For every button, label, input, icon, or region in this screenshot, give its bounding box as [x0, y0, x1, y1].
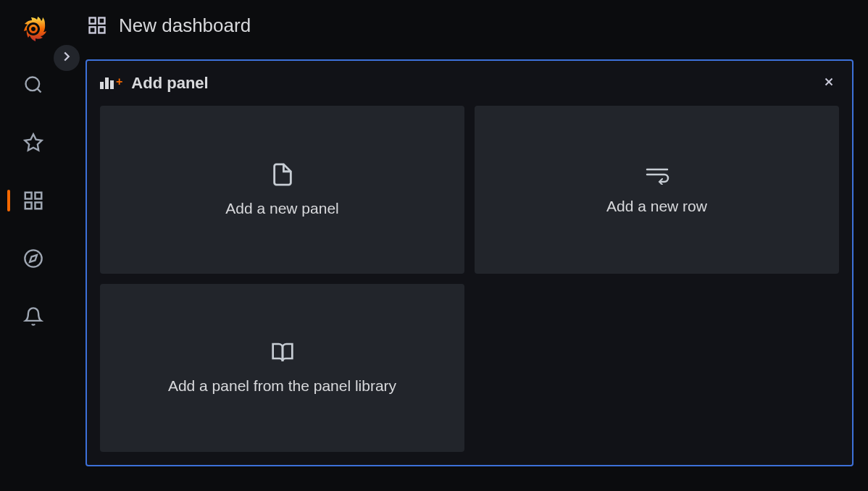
book-icon [269, 341, 296, 364]
svg-rect-5 [25, 203, 32, 209]
svg-rect-6 [36, 203, 42, 209]
content-area: + Add panel [67, 51, 868, 491]
close-button[interactable] [820, 75, 838, 92]
panel-title: Add panel [131, 74, 208, 93]
main-content: New dashboard + Add panel [67, 0, 868, 491]
svg-rect-9 [90, 18, 96, 24]
svg-rect-11 [90, 27, 96, 33]
chevron-right-icon [59, 49, 75, 67]
svg-point-7 [25, 250, 41, 267]
wrap-text-icon [644, 164, 670, 185]
page-title: New dashboard [119, 14, 251, 37]
file-icon [270, 162, 295, 187]
svg-marker-2 [25, 134, 41, 150]
card-label: Add a panel from the panel library [168, 377, 396, 395]
add-new-panel-card[interactable]: Add a new panel [100, 106, 464, 274]
expand-sidebar-button[interactable] [54, 45, 80, 71]
panel-header-left: + Add panel [100, 74, 209, 93]
search-icon [23, 75, 43, 95]
cards-grid: Add a new panel Add a new row [87, 106, 852, 452]
bar-chart-plus-icon: + [100, 77, 122, 89]
compass-icon [23, 248, 43, 269]
grafana-logo-icon [20, 13, 46, 42]
star-icon [23, 133, 43, 153]
sidebar-item-dashboards[interactable] [0, 185, 67, 216]
add-panel-from-library-card[interactable]: Add a panel from the panel library [100, 284, 464, 452]
page-header: New dashboard [67, 0, 868, 51]
dashboards-icon [87, 15, 107, 35]
add-new-row-card[interactable]: Add a new row [475, 106, 839, 274]
svg-line-1 [37, 88, 41, 92]
svg-rect-4 [36, 193, 42, 199]
card-label: Add a new row [606, 198, 707, 215]
panel-header: + Add panel [87, 61, 852, 106]
card-label: Add a new panel [225, 200, 338, 217]
close-icon [822, 75, 835, 91]
svg-point-0 [26, 77, 40, 91]
bell-icon [23, 306, 43, 327]
sidebar [0, 0, 67, 491]
svg-rect-3 [25, 193, 32, 199]
svg-rect-12 [99, 27, 104, 33]
dashboards-icon [22, 190, 44, 211]
grafana-logo[interactable] [19, 13, 48, 42]
sidebar-item-alerting[interactable] [0, 301, 67, 332]
sidebar-item-explore[interactable] [0, 243, 67, 274]
svg-marker-8 [30, 255, 37, 262]
add-panel-container: + Add panel [85, 59, 854, 466]
svg-rect-10 [99, 18, 104, 24]
sidebar-item-search[interactable] [0, 70, 67, 100]
sidebar-item-starred[interactable] [0, 127, 67, 158]
